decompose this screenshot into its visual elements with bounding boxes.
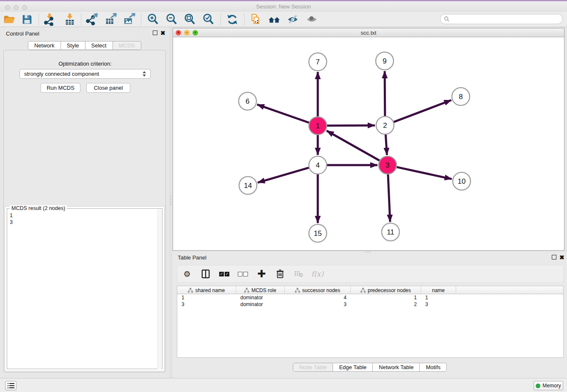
graph-edge-3-11[interactable] (388, 174, 390, 222)
close-panel-button[interactable]: Close panel (86, 83, 130, 93)
float-table-panel-icon[interactable] (552, 255, 556, 259)
network-minimize-button[interactable]: − (184, 30, 190, 36)
tab-edge-table[interactable]: Edge Table (333, 363, 373, 372)
maximize-window-button[interactable] (22, 5, 27, 10)
graph-edge-1-6[interactable] (257, 105, 309, 123)
duplicate-network-icon[interactable] (248, 12, 263, 27)
graph-node-11[interactable]: 11 (382, 223, 399, 241)
splitter-grip[interactable] (170, 196, 172, 205)
result-scrollbar[interactable] (157, 209, 162, 369)
graph-node-6[interactable]: 6 (239, 92, 256, 110)
column-header-predecessor-nodes[interactable]: predecessor nodes (351, 286, 421, 294)
select-all-columns-icon[interactable]: ✓✓ (218, 268, 231, 280)
deselect-all-columns-icon[interactable] (237, 268, 249, 280)
zoom-selected-icon[interactable] (201, 12, 216, 27)
zoom-out-icon[interactable] (165, 12, 179, 27)
horizontal-splitter-grip[interactable] (365, 251, 372, 253)
minimize-window-button[interactable] (14, 5, 19, 10)
tab-mcds[interactable]: MCDS (113, 41, 141, 50)
table-row[interactable]: 3dominator323 (177, 301, 563, 308)
table-row[interactable]: 1dominator411 (177, 294, 563, 301)
network-canvas[interactable]: 1234678910111415 (173, 37, 564, 250)
graph-node-2[interactable]: 2 (376, 116, 394, 134)
graph-node-10[interactable]: 10 (453, 172, 471, 190)
network-maximize-button[interactable]: + (193, 30, 198, 36)
graph-node-8[interactable]: 8 (452, 88, 470, 105)
task-history-button[interactable] (5, 381, 17, 390)
search-field[interactable] (440, 14, 563, 24)
zoom-in-icon[interactable] (146, 12, 160, 27)
mcds-result-list[interactable]: 13 (10, 212, 13, 226)
delete-column-icon[interactable] (274, 268, 286, 280)
import-table-icon[interactable] (63, 12, 77, 27)
network-view-window: ✕ − + scc.txt 1234678910111415 (173, 28, 564, 251)
network-close-button[interactable]: ✕ (176, 30, 181, 36)
graph-node-15[interactable]: 15 (309, 224, 327, 242)
graph-edge-3-10[interactable] (396, 167, 451, 179)
tab-motifs[interactable]: Motifs (420, 363, 447, 372)
graph-edge-2-8[interactable] (394, 100, 451, 122)
search-input[interactable] (450, 16, 562, 22)
table-cell: 1 (177, 294, 236, 301)
function-builder-icon: f(x) (311, 268, 324, 280)
hide-selected-icon[interactable] (286, 12, 300, 27)
show-all-icon[interactable] (305, 12, 319, 27)
graph-node-7[interactable]: 7 (309, 53, 327, 71)
graph-node-3[interactable]: 3 (379, 156, 396, 174)
column-header-shared-name[interactable]: shared name (177, 286, 236, 294)
close-window-button[interactable] (5, 5, 10, 10)
table-settings-gear-icon[interactable]: ⚙ (181, 268, 193, 280)
svg-text:4: 4 (316, 161, 319, 169)
node-table: shared name MCDS role successor nodes pr… (177, 286, 564, 358)
tab-select[interactable]: Select (85, 41, 113, 50)
table-cell: dominator (236, 301, 285, 308)
graph-node-4[interactable]: 4 (309, 156, 327, 174)
column-header-successor-nodes[interactable]: successor nodes (285, 286, 351, 294)
graph-node-1[interactable]: 1 (309, 117, 327, 135)
memory-button[interactable]: Memory (534, 381, 563, 390)
tab-style[interactable]: Style (61, 41, 85, 50)
column-header-mcds-role[interactable]: MCDS role (236, 286, 285, 294)
column-header-name[interactable]: name (421, 286, 456, 294)
tab-network[interactable]: Network (28, 41, 61, 50)
mcds-result-panel: MCDS result (2 nodes) 13 (5, 206, 165, 371)
vertical-splitter[interactable] (169, 27, 173, 378)
add-column-icon[interactable]: ✚ (255, 268, 268, 280)
table-toolbar: ⚙ ✓✓ ✚ f(x) (177, 265, 564, 283)
open-session-icon[interactable] (2, 12, 17, 27)
run-mcds-button[interactable]: Run MCDS (41, 83, 80, 93)
column-view-icon[interactable] (199, 268, 212, 280)
table-cell: 3 (285, 301, 351, 308)
control-panel-title: Control Panel (6, 30, 39, 37)
tab-node-table[interactable]: Node Table (293, 363, 333, 372)
export-network-icon[interactable] (85, 12, 99, 27)
criterion-dropdown[interactable]: strongly connected component (19, 69, 151, 79)
graph-edge-4-14[interactable] (258, 168, 309, 182)
svg-text:15: 15 (314, 229, 322, 237)
close-table-panel-icon[interactable]: ✖ (559, 255, 564, 260)
memory-label: Memory (542, 383, 561, 389)
export-table-icon[interactable] (104, 12, 118, 27)
network-window-titlebar[interactable]: ✕ − + scc.txt (173, 28, 564, 37)
graph-node-9[interactable]: 9 (376, 52, 394, 70)
close-panel-icon[interactable]: ✖ (160, 30, 165, 36)
graph-node-14[interactable]: 14 (239, 177, 257, 194)
svg-text:9: 9 (383, 57, 386, 65)
graph-edge-2-9[interactable] (385, 71, 385, 116)
save-session-icon[interactable] (20, 12, 34, 27)
home-icon[interactable] (267, 12, 281, 27)
export-image-icon[interactable] (122, 12, 136, 27)
graph-edge-3-1[interactable] (327, 131, 380, 160)
app-title: Session: New Session (0, 1, 567, 12)
import-network-icon[interactable] (42, 12, 57, 27)
refresh-icon[interactable] (225, 12, 239, 27)
svg-text:7: 7 (316, 58, 319, 66)
zoom-fit-icon[interactable] (183, 12, 197, 27)
graph-edge-1-2[interactable] (327, 125, 375, 126)
float-panel-icon[interactable] (153, 30, 157, 35)
tab-network-table[interactable]: Network Table (373, 363, 420, 372)
table-body: 1dominator4113dominator323 (177, 294, 563, 308)
graph-edge-2-3[interactable] (385, 135, 387, 155)
table-header-row: shared name MCDS role successor nodes pr… (177, 286, 563, 294)
criterion-value: strongly connected component (24, 71, 99, 77)
